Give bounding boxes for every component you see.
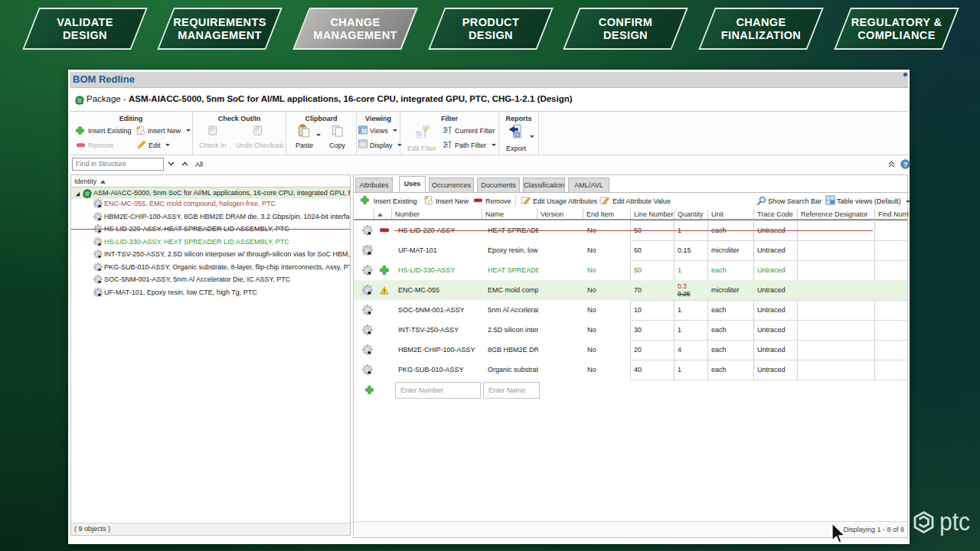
svg-text:ptc: ptc bbox=[939, 507, 970, 536]
